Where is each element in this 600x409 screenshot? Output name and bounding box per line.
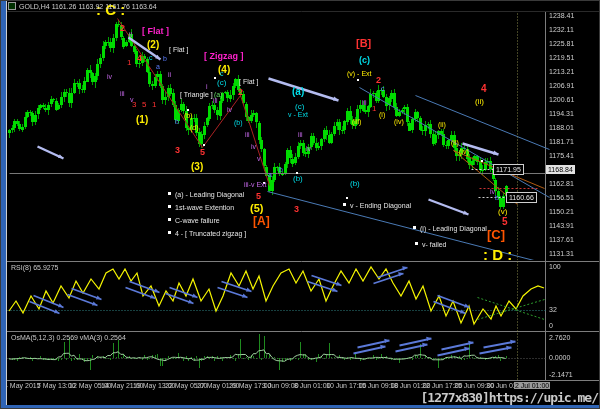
mt4-chart-window: GOLD,H4 1161.26 1163.92 1161.76 1163.64 … [0,0,600,409]
chart-title-bar[interactable]: GOLD,H4 1161.26 1163.92 1161.76 1163.64 [8,1,157,11]
chart-canvas[interactable] [1,1,600,409]
watermark: [1277x830]https://upic.me/ [421,390,599,405]
chart-title: GOLD,H4 1161.26 1163.92 1161.76 1163.64 [19,3,157,10]
window-border-inner [6,1,7,409]
window-border-bottom [1,405,600,408]
chart-window-icon [8,2,16,10]
